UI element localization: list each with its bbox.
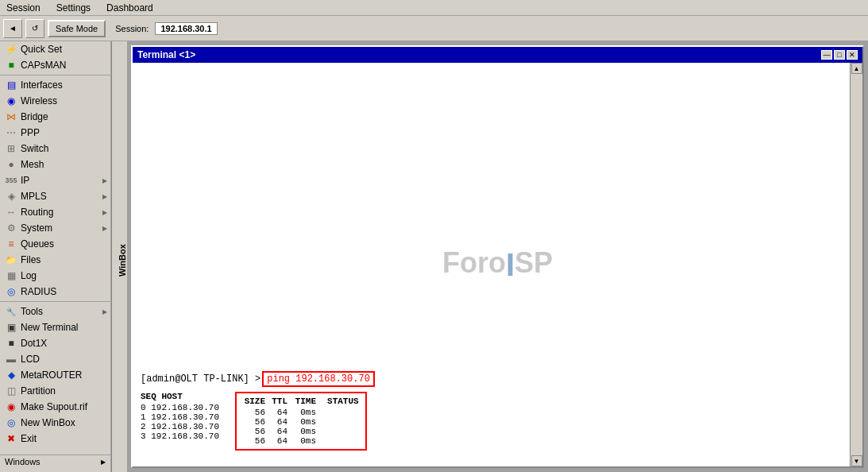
sidebar-label-files: Files bbox=[21, 254, 41, 265]
sidebar-item-lcd[interactable]: ▬ LCD bbox=[0, 351, 110, 367]
sidebar-item-ppp[interactable]: ⋯ PPP bbox=[0, 125, 110, 141]
seq-row-1: 1 192.168.30.70 bbox=[141, 412, 219, 422]
sidebar-label-wireless: Wireless bbox=[21, 95, 57, 106]
terminal-minimize-button[interactable]: — bbox=[821, 50, 832, 60]
terminal-restore-button[interactable]: □ bbox=[834, 50, 845, 60]
sidebar-item-meta-router[interactable]: ◆ MetaROUTER bbox=[0, 367, 110, 383]
safe-mode-button[interactable]: Safe Mode bbox=[48, 20, 106, 37]
ping-result-row-0: 56 64 0ms bbox=[243, 408, 359, 417]
r0-time: 0ms bbox=[292, 408, 316, 417]
partition-icon: ◫ bbox=[5, 385, 17, 397]
ping-result-row-1: 56 64 0ms bbox=[243, 417, 359, 427]
menu-dashboard[interactable]: Dashboard bbox=[103, 1, 156, 15]
sidebar-item-files[interactable]: 📁 Files bbox=[0, 252, 110, 268]
seq-host-header: SEQ HOST bbox=[141, 392, 219, 401]
new-winbox-icon: ◎ bbox=[5, 417, 17, 428]
sidebar-item-capsman[interactable]: ■ CAPsMAN bbox=[0, 57, 110, 73]
main-layout: ⚡ Quick Set ■ CAPsMAN ▤ Interfaces ◉ Wir… bbox=[0, 41, 868, 472]
r0-size: 56 bbox=[243, 408, 265, 417]
sidebar-item-ip[interactable]: 355 IP ▶ bbox=[0, 172, 110, 188]
sidebar-label-new-winbox: New WinBox bbox=[21, 417, 75, 428]
sidebar-item-wireless[interactable]: ◉ Wireless bbox=[0, 93, 110, 109]
sidebar-label-meta-router: MetaROUTER bbox=[21, 369, 82, 381]
quick-set-icon: ⚡ bbox=[5, 44, 17, 55]
sidebar-label-mesh: Mesh bbox=[21, 159, 44, 170]
content-area: WinBox Terminal <1> — □ ✕ ForoISP bbox=[111, 41, 868, 472]
terminal-title: Terminal <1> bbox=[137, 49, 195, 60]
sidebar-item-new-terminal[interactable]: ▣ New Terminal bbox=[0, 319, 110, 335]
menu-bar: Session Settings Dashboard bbox=[0, 0, 868, 16]
new-terminal-icon: ▣ bbox=[5, 322, 17, 333]
sidebar-item-exit[interactable]: ✖ Exit bbox=[0, 431, 110, 447]
terminal-body[interactable]: ForoISP [admin@OLT TP-LINK] > ping 192.1… bbox=[133, 63, 862, 466]
sidebar-label-capsman: CAPsMAN bbox=[21, 60, 66, 71]
sidebar-item-dot1x[interactable]: ■ Dot1X bbox=[0, 335, 110, 351]
interfaces-icon: ▤ bbox=[5, 79, 17, 91]
sidebar-item-tools[interactable]: 🔧 Tools ▶ bbox=[0, 304, 110, 319]
sidebar-label-tools: Tools bbox=[21, 306, 43, 317]
sidebar-item-quick-set[interactable]: ⚡ Quick Set bbox=[0, 41, 110, 57]
sidebar-item-mesh[interactable]: ● Mesh bbox=[0, 157, 110, 172]
terminal-title-buttons: — □ ✕ bbox=[821, 50, 858, 60]
wireless-icon: ◉ bbox=[5, 95, 17, 106]
ip-icon: 355 bbox=[5, 175, 17, 186]
r0-ttl: 64 bbox=[270, 408, 287, 417]
scroll-track bbox=[851, 74, 862, 455]
system-icon: ⚙ bbox=[5, 222, 17, 234]
terminal-prompt: [admin@OLT TP-LINK] > ping 192.168.30.70 bbox=[141, 371, 851, 387]
sidebar-label-switch: Switch bbox=[21, 143, 48, 154]
header-ttl: TTL bbox=[270, 397, 287, 406]
sidebar-item-make-supout[interactable]: ◉ Make Supout.rif bbox=[0, 399, 110, 415]
r2-ttl: 64 bbox=[270, 427, 287, 436]
sidebar-item-bridge[interactable]: ⋈ Bridge bbox=[0, 109, 110, 125]
r1-time: 0ms bbox=[292, 417, 316, 427]
terminal-close-button[interactable]: ✕ bbox=[847, 50, 858, 60]
sidebar-item-new-winbox[interactable]: ◎ New WinBox bbox=[0, 415, 110, 431]
prompt-command: ping 192.168.30.70 bbox=[262, 371, 375, 387]
meta-router-icon: ◆ bbox=[5, 369, 17, 381]
sidebar-item-system[interactable]: ⚙ System ▶ bbox=[0, 220, 110, 236]
sidebar-item-interfaces[interactable]: ▤ Interfaces bbox=[0, 77, 110, 93]
radius-icon: ◎ bbox=[5, 286, 17, 297]
sidebar-item-mpls[interactable]: ◈ MPLS ▶ bbox=[0, 188, 110, 204]
sidebar-label-quick-set: Quick Set bbox=[21, 44, 62, 55]
tools-icon: 🔧 bbox=[5, 306, 17, 317]
mesh-icon: ● bbox=[5, 159, 17, 170]
header-time: TIME bbox=[292, 397, 316, 406]
terminal-window: Terminal <1> — □ ✕ ForoISP [admin@OLT TP… bbox=[131, 45, 864, 468]
seq-host-table: SEQ HOST 0 192.168.30.70 1 192.168.30.70… bbox=[141, 392, 219, 451]
r1-ttl: 64 bbox=[270, 417, 287, 427]
sidebar-item-radius[interactable]: ◎ RADIUS bbox=[0, 284, 110, 300]
sidebar-label-routing: Routing bbox=[21, 207, 53, 218]
ppp-icon: ⋯ bbox=[5, 127, 17, 138]
routing-icon: ↔ bbox=[5, 207, 17, 218]
make-supout-icon: ◉ bbox=[5, 401, 17, 412]
seq-row-3: 3 192.168.30.70 bbox=[141, 431, 219, 441]
r3-ttl: 64 bbox=[270, 436, 287, 446]
scroll-up-button[interactable]: ▲ bbox=[851, 63, 862, 74]
ping-results-box: SIZE TTL TIME STATUS 56 64 0ms bbox=[235, 392, 367, 451]
tools-arrow: ▶ bbox=[102, 308, 107, 315]
sidebar-label-log: Log bbox=[21, 270, 37, 281]
sidebar-label-radius: RADIUS bbox=[21, 286, 56, 297]
back-button[interactable]: ◄ bbox=[3, 19, 22, 38]
sidebar-item-switch[interactable]: ⊞ Switch bbox=[0, 141, 110, 157]
header-status: STATUS bbox=[327, 397, 359, 406]
ping-table-area: SEQ HOST 0 192.168.30.70 1 192.168.30.70… bbox=[141, 392, 851, 451]
sidebar-item-routing[interactable]: ↔ Routing ▶ bbox=[0, 204, 110, 220]
sidebar-item-partition[interactable]: ◫ Partition bbox=[0, 383, 110, 399]
session-ip: 192.168.30.1 bbox=[155, 22, 217, 35]
scroll-down-button[interactable]: ▼ bbox=[851, 455, 862, 466]
windows-label: Windows bbox=[5, 457, 41, 466]
sidebar-label-ip: IP bbox=[21, 175, 29, 186]
sidebar-label-lcd: LCD bbox=[21, 354, 40, 365]
sidebar-item-queues[interactable]: ≡ Queues bbox=[0, 236, 110, 252]
sidebar-label-exit: Exit bbox=[21, 433, 37, 444]
menu-session[interactable]: Session bbox=[3, 1, 44, 15]
ping-result-row-3: 56 64 0ms bbox=[243, 436, 359, 446]
menu-settings[interactable]: Settings bbox=[53, 1, 94, 15]
bridge-icon: ⋈ bbox=[5, 111, 17, 122]
watermark-sp: SP bbox=[515, 246, 553, 279]
sidebar-item-log[interactable]: ▦ Log bbox=[0, 268, 110, 284]
refresh-button[interactable]: ↺ bbox=[25, 19, 44, 38]
